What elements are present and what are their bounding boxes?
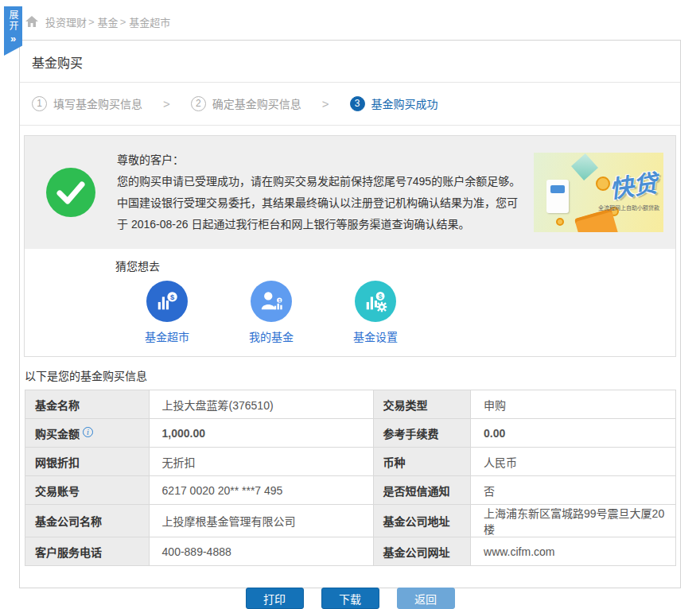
svg-text:$: $ [170, 293, 175, 301]
banner-wallet-decoration [574, 208, 619, 232]
double-arrow-icon: » [10, 33, 16, 45]
print-button[interactable]: 打印 [246, 588, 304, 609]
suggestions-title: 猜您想去 [115, 258, 675, 273]
step-2-label: 确定基金购买信息 [212, 95, 301, 111]
breadcrumb-separator: > [120, 16, 126, 28]
shortcut-label: 我的基金 [239, 328, 303, 344]
field-value: 否 [471, 476, 676, 505]
download-button[interactable]: 下载 [321, 588, 379, 609]
success-message: 尊敬的客户： 您的购买申请已受理成功，请在购买交易发起前保持您尾号7495的账户… [117, 149, 524, 235]
field-label: 基金公司地址 [373, 505, 470, 537]
step-indicator: 1 填写基金购买信息 > 2 确定基金购买信息 > 3 基金购买成功 [20, 83, 680, 126]
step-2-circle: 2 [191, 96, 206, 111]
success-check-icon [46, 168, 95, 217]
table-row: 购买金额i 1,000.00 参考手续费 0.00 [25, 419, 676, 448]
field-label: 基金公司网址 [373, 537, 470, 566]
step-3-circle: 3 [350, 96, 365, 111]
svg-text:$: $ [379, 293, 383, 301]
field-value-amount: 1,000.00 [149, 419, 373, 448]
svg-text:$: $ [278, 298, 281, 303]
quick-loan-ad-banner[interactable]: 快贷 全流程网上自助小额贷款 [534, 153, 663, 232]
shortcut-label: 基金设置 [344, 328, 407, 344]
banner-diamond-decoration [571, 153, 598, 180]
field-label: 基金公司名称 [25, 505, 150, 537]
breadcrumb-item-invest[interactable]: 投资理财 [45, 14, 87, 29]
step-2: 2 确定基金购买信息 [191, 95, 301, 111]
table-row: 客户服务电话 400-889-4888 基金公司网址 www.cifm.com [25, 537, 676, 566]
banner-title: 快贷 [607, 164, 659, 205]
fund-settings-icon: $ [355, 281, 396, 322]
page-title: 基金购买 [20, 41, 680, 83]
field-label: 网银折扣 [25, 448, 150, 476]
step-1: 1 填写基金购买信息 [32, 95, 142, 111]
purchase-info-table: 基金名称 上投大盘蓝筹(376510) 交易类型 申购 购买金额i 1,000.… [25, 390, 676, 566]
breadcrumb: 投资理财 > 基金 > 基金超市 [25, 14, 172, 29]
step-3-label: 基金购买成功 [371, 95, 438, 111]
suggestions-area: 猜您想去 $ 基金超市 [25, 249, 675, 356]
field-value: 上投摩根基金管理有限公司 [149, 505, 373, 537]
field-label: 是否短信通知 [373, 476, 470, 505]
home-icon [25, 16, 38, 28]
step-1-label: 填写基金购买信息 [53, 95, 142, 111]
my-funds-icon: $ [251, 281, 292, 322]
breadcrumb-item-fund[interactable]: 基金 [98, 14, 119, 29]
shortcut-my-funds[interactable]: $ 我的基金 [239, 281, 303, 344]
shortcut-label: 基金超市 [135, 328, 199, 344]
step-1-circle: 1 [32, 96, 47, 111]
field-value-url: www.cifm.com [471, 537, 676, 566]
main-panel: 基金购买 1 填写基金购买信息 > 2 确定基金购买信息 > 3 基金购买成功 [19, 40, 681, 588]
field-value: 申购 [471, 390, 676, 419]
field-label-text: 购买金额 [35, 428, 80, 440]
field-label: 参考手续费 [373, 419, 470, 448]
banner-coin-icon [556, 218, 564, 226]
banner-subtitle: 全流程网上自助小额贷款 [598, 204, 659, 211]
step-separator-icon: > [322, 97, 329, 111]
field-label: 客户服务电话 [25, 537, 150, 566]
message-salutation: 尊敬的客户： [117, 149, 524, 171]
field-value: 上投大盘蓝筹(376510) [149, 390, 373, 419]
step-separator-icon: > [163, 97, 170, 111]
field-value: 400-889-4888 [149, 537, 373, 566]
banner-card-decoration [546, 180, 569, 213]
fund-market-icon: $ [146, 281, 188, 322]
shortcut-fund-market[interactable]: $ 基金超市 [135, 281, 199, 344]
back-button[interactable]: 返回 [397, 588, 455, 609]
success-message-area: 尊敬的客户： 您的购买申请已受理成功，请在购买交易发起前保持您尾号7495的账户… [25, 136, 675, 249]
breadcrumb-separator: > [88, 16, 95, 28]
field-value: 上海浦东新区富城路99号震旦大厦20楼 [471, 505, 676, 537]
table-row: 基金名称 上投大盘蓝筹(376510) 交易类型 申购 [25, 390, 676, 419]
shortcut-fund-settings[interactable]: $ [344, 281, 407, 344]
table-row: 基金公司名称 上投摩根基金管理有限公司 基金公司地址 上海浦东新区富城路99号震… [25, 505, 676, 537]
field-label: 交易账号 [25, 476, 150, 505]
field-label: 基金名称 [25, 390, 150, 419]
field-value-account: 6217 0020 20** ***7 495 [149, 476, 373, 505]
expand-tab-label: 展开 [6, 10, 20, 32]
message-line1: 您的购买申请已受理成功，请在购买交易发起前保持您尾号7495的账户余额足够。 [117, 171, 524, 192]
info-icon[interactable]: i [83, 427, 93, 437]
result-container: 尊敬的客户： 您的购买申请已受理成功，请在购买交易发起前保持您尾号7495的账户… [24, 135, 676, 357]
field-label: 购买金额i [25, 419, 150, 448]
breadcrumb-item-fund-market[interactable]: 基金超市 [129, 14, 170, 29]
field-label: 交易类型 [373, 390, 470, 419]
field-value: 无折扣 [149, 448, 373, 476]
field-value-fee: 0.00 [471, 419, 676, 448]
step-3-active: 3 基金购买成功 [350, 95, 438, 111]
table-row: 网银折扣 无折扣 币种 人民币 [25, 448, 676, 476]
field-value: 人民币 [471, 448, 676, 476]
table-row: 交易账号 6217 0020 20** ***7 495 是否短信通知 否 [25, 476, 676, 505]
info-table-title: 以下是您的基金购买信息 [25, 367, 680, 383]
field-label: 币种 [373, 448, 470, 476]
message-line2: 中国建设银行受理交易委托，其结果最终确认以注册登记机构确认结果为准，您可于 20… [117, 192, 524, 235]
action-buttons: 打印 下载 返回 [20, 588, 680, 609]
